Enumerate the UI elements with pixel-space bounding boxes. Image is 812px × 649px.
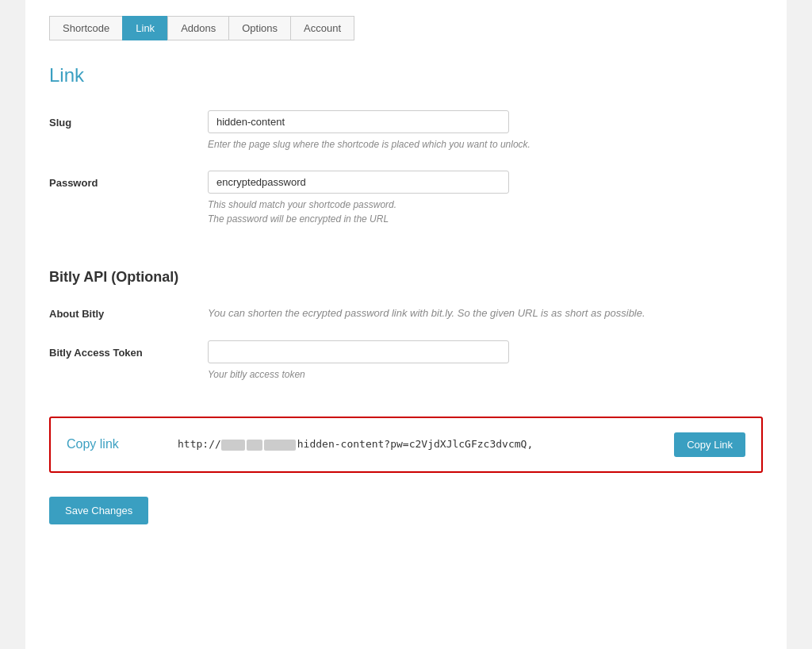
slug-input[interactable] (208, 110, 509, 133)
about-bitly-row: About Bitly You can shorten the ecrypted… (49, 301, 763, 321)
slug-control-wrapper: Enter the page slug where the shortcode … (208, 110, 763, 152)
password-help: This should match your shortcode passwor… (208, 198, 763, 226)
url-prefix: http:// (178, 438, 221, 450)
bitly-token-wrapper: Your bitly access token (208, 340, 763, 382)
about-bitly-help: You can shorten the ecrypted password li… (208, 305, 763, 321)
about-bitly-label: About Bitly (49, 301, 208, 320)
password-label: Password (49, 171, 208, 189)
tab-addons[interactable]: Addons (167, 16, 228, 40)
page-title: Link (49, 64, 763, 86)
copy-link-button[interactable]: Copy Link (674, 432, 745, 457)
tab-options[interactable]: Options (228, 16, 290, 40)
tab-shortcode[interactable]: Shortcode (49, 16, 122, 40)
tab-account[interactable]: Account (290, 16, 354, 40)
tab-link[interactable]: Link (122, 16, 167, 40)
save-changes-button[interactable]: Save Changes (49, 497, 148, 524)
bitly-token-input[interactable] (208, 340, 509, 363)
password-input[interactable] (208, 171, 509, 194)
password-control-wrapper: This should match your shortcode passwor… (208, 171, 763, 226)
about-bitly-wrapper: You can shorten the ecrypted password li… (208, 301, 763, 321)
slug-label: Slug (49, 110, 208, 129)
copy-link-label: Copy link (67, 437, 162, 451)
url-visible: hidden-content?pw=c2VjdXJlcGFzc3dvcmQ, (297, 438, 533, 450)
bitly-section-heading: Bitly API (Optional) (49, 269, 763, 286)
tab-bar: Shortcode Link Addons Options Account (49, 16, 763, 40)
password-row: Password This should match your shortcod… (49, 171, 763, 226)
slug-help: Enter the page slug where the shortcode … (208, 137, 763, 152)
bitly-token-row: Bitly Access Token Your bitly access tok… (49, 340, 763, 382)
slug-row: Slug Enter the page slug where the short… (49, 110, 763, 152)
copy-link-url: http:// hidden-content?pw=c2VjdXJlcGFzc3… (178, 438, 658, 451)
page-wrapper: Shortcode Link Addons Options Account Li… (25, 0, 787, 649)
bitly-token-help: Your bitly access token (208, 367, 763, 382)
copy-link-section: Copy link http:// hidden-content?pw=c2Vj… (49, 417, 763, 473)
bitly-token-label: Bitly Access Token (49, 340, 208, 359)
